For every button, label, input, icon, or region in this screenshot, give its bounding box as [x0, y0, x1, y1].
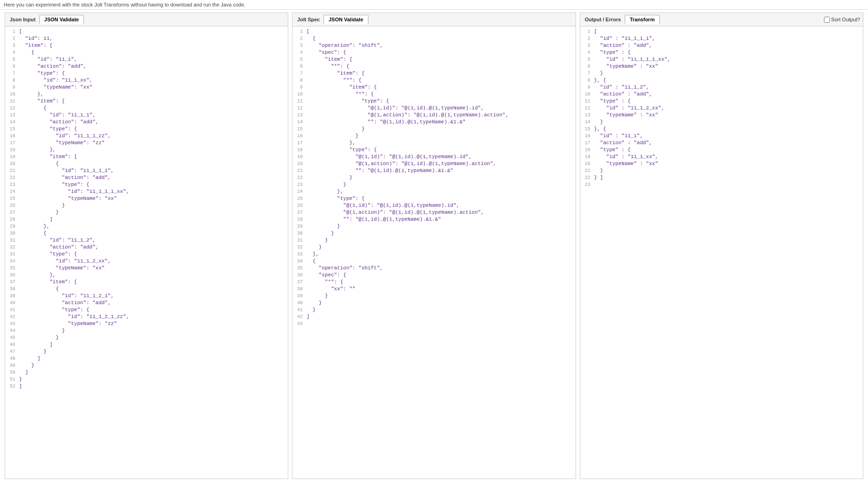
output-header: Output / Errors Transform Sort Output?	[580, 13, 863, 26]
line-number: 18	[580, 147, 594, 153]
sort-output-checkbox[interactable]	[824, 17, 830, 23]
line-content: "typeName": "zz"	[19, 320, 288, 327]
line-content: {	[19, 230, 288, 237]
code-line: 2 "id": 11,	[5, 35, 288, 42]
code-line: 2 {	[292, 35, 575, 42]
line-number: 9	[580, 84, 594, 91]
line-content: ]	[19, 383, 288, 390]
line-content: "id" : "11_1_1_1",	[594, 35, 863, 42]
code-line: 31 "id": "11_1_2",	[5, 237, 288, 244]
line-content: [	[594, 28, 863, 35]
line-number: 19	[580, 153, 594, 160]
line-number: 24	[5, 188, 19, 195]
code-line: 10 "*": {	[292, 91, 575, 98]
code-line: 7 "item": {	[292, 70, 575, 77]
line-number: 38	[292, 286, 306, 293]
line-content: "@(1,action)": "@(1,id).@(1,typeName).ac…	[306, 209, 575, 216]
code-line: 38 "xx": ""	[292, 286, 575, 293]
line-number: 17	[5, 140, 19, 147]
line-number: 40	[5, 300, 19, 306]
line-number: 36	[292, 272, 306, 279]
line-content: "id": "11_1_1_1",	[19, 167, 288, 174]
line-number: 37	[292, 279, 306, 286]
line-number: 14	[5, 119, 19, 126]
line-content: "action": "add",	[19, 63, 288, 70]
line-number: 31	[5, 237, 19, 244]
json-input-panel: Json Input JSON Validate 1[2 "id": 11,3 …	[5, 13, 288, 479]
code-line: 28 "": "@(1,id).@(1,typeName).&1.&"	[292, 216, 575, 223]
line-content: "id": "11_1_1_zz",	[19, 133, 288, 140]
code-line: 19 "item": [	[5, 153, 288, 160]
json-input-validate-btn[interactable]: JSON Validate	[39, 15, 84, 24]
output-title: Output / Errors	[583, 17, 623, 22]
line-number: 10	[292, 91, 306, 98]
code-line: 49 }	[5, 362, 288, 369]
code-line: 3 "operation": "shift",	[292, 42, 575, 49]
line-content: }	[594, 119, 863, 126]
code-line: 21 "": "@(1,id).@(1,typeName).&1.&"	[292, 167, 575, 174]
sort-output-label[interactable]: Sort Output?	[824, 17, 860, 23]
code-line: 5 "id" : "11_1_1_1_xx",	[580, 56, 863, 63]
line-content: "id" : "11_1",	[594, 133, 863, 140]
line-content: } ]	[594, 174, 863, 181]
line-content: {	[306, 35, 575, 42]
code-line: 5 "id": "11_1",	[5, 56, 288, 63]
line-content: "id": "11_1_1",	[19, 112, 288, 119]
line-content: "id": "11_1_1_1_xx",	[19, 188, 288, 195]
line-content: "id": "11_1_2_xx",	[19, 258, 288, 265]
line-number: 25	[292, 195, 306, 202]
line-content: "operation": "shift",	[306, 42, 575, 49]
line-content: "@(1,id)": "@(1,id).@(1,typeName).id",	[306, 202, 575, 209]
jolt-spec-header: Jolt Spec JSON Validate	[292, 13, 575, 26]
line-number: 7	[580, 70, 594, 77]
line-content: }	[306, 181, 575, 188]
line-content: "action": "add",	[19, 119, 288, 126]
line-content: "item": {	[306, 70, 575, 77]
code-line: 33 "type": {	[5, 251, 288, 258]
line-content: {	[19, 286, 288, 293]
line-number: 19	[5, 153, 19, 160]
line-number: 27	[292, 209, 306, 216]
line-number: 15	[580, 126, 594, 133]
line-content: "action": "add",	[19, 244, 288, 251]
line-number: 10	[580, 91, 594, 98]
line-content: "type": {	[306, 195, 575, 202]
code-line: 37 "item": [	[5, 279, 288, 286]
line-number: 29	[292, 223, 306, 230]
line-number: 27	[5, 209, 19, 216]
code-line: 8 "id": "11_1_xx",	[5, 77, 288, 84]
line-number: 19	[292, 153, 306, 160]
line-number: 17	[292, 140, 306, 147]
code-line: 12 {	[5, 105, 288, 112]
line-content: "type": {	[19, 70, 288, 77]
line-number: 9	[5, 84, 19, 91]
line-content: }, {	[594, 77, 863, 84]
code-line: 22} ]	[580, 174, 863, 181]
line-number: 3	[5, 42, 19, 49]
output-transform-btn[interactable]: Transform	[625, 15, 660, 24]
line-content: "*": {	[306, 63, 575, 70]
code-line: 30 }	[292, 230, 575, 237]
line-content: },	[19, 272, 288, 279]
line-content: }	[306, 300, 575, 306]
code-line: 6 "*": {	[292, 63, 575, 70]
line-content: }	[306, 306, 575, 313]
line-number: 17	[580, 140, 594, 147]
line-number: 30	[5, 230, 19, 237]
line-content: }	[306, 133, 575, 140]
code-line: 45 }	[5, 334, 288, 341]
jolt-spec-validate-btn[interactable]: JSON Validate	[323, 15, 368, 24]
line-number: 6	[5, 63, 19, 70]
line-number: 2	[292, 35, 306, 42]
code-line: 33 },	[292, 251, 575, 258]
code-line: 5 "item": {	[292, 56, 575, 63]
line-number: 23	[580, 181, 594, 188]
code-line: 52]	[5, 383, 288, 390]
line-number: 36	[5, 272, 19, 279]
line-content: "type": {	[19, 306, 288, 313]
code-line: 39 }	[292, 293, 575, 300]
line-content: [	[19, 28, 288, 35]
line-content: "id" : "11_1_1_1_xx",	[594, 56, 863, 63]
code-line: 9 "id" : "11_1_2",	[580, 84, 863, 91]
code-line: 25 "type": {	[292, 195, 575, 202]
